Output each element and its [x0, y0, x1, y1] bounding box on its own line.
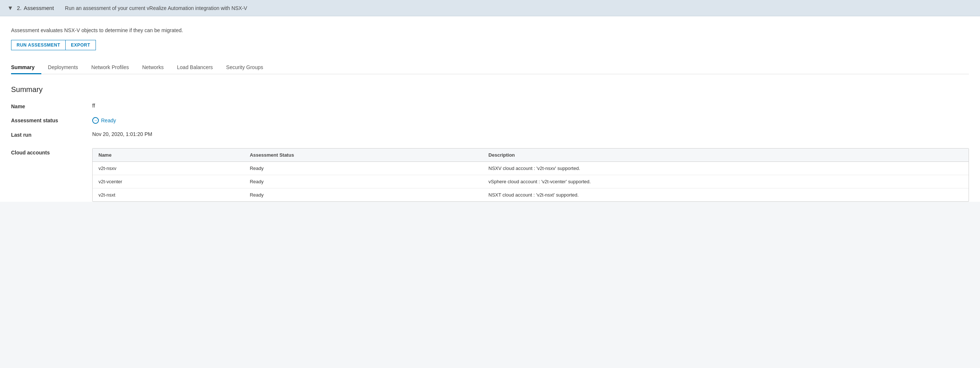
cell-status: Ready — [244, 189, 482, 202]
name-value: ff — [92, 103, 969, 109]
col-description: Description — [482, 149, 969, 162]
main-content: Assessment evaluates NSX-V objects to de… — [0, 16, 980, 202]
status-icon — [92, 117, 99, 124]
button-row: RUN ASSESSMENT EXPORT — [11, 40, 969, 50]
section-title: Summary — [11, 85, 969, 94]
status-label: Assessment status — [11, 117, 92, 124]
table-row: v2t-nsxv Ready NSXV cloud account : 'v2t… — [92, 162, 969, 175]
col-status: Assessment Status — [244, 149, 482, 162]
tab-summary[interactable]: Summary — [11, 61, 41, 74]
table-header-row: Name Assessment Status Description — [92, 149, 969, 162]
step-description: Run an assessment of your current vReali… — [65, 5, 247, 11]
cell-status: Ready — [244, 175, 482, 189]
cell-name: v2t-vcenter — [92, 175, 244, 189]
cell-name: v2t-nsxt — [92, 189, 244, 202]
tab-network-profiles[interactable]: Network Profiles — [85, 61, 136, 74]
export-button[interactable]: EXPORT — [65, 40, 95, 50]
cloud-accounts-section: Cloud accounts Name Assessment Status De… — [11, 148, 969, 202]
status-value: Ready — [92, 117, 969, 124]
step-title: Assessment — [24, 5, 54, 11]
status-badge: Ready — [92, 117, 116, 124]
info-grid: Name ff Assessment status Ready Last run… — [11, 103, 969, 138]
cell-name: v2t-nsxv — [92, 162, 244, 175]
col-name: Name — [92, 149, 244, 162]
tab-networks[interactable]: Networks — [135, 61, 170, 74]
cell-description: NSXV cloud account : 'v2t-nsxv' supporte… — [482, 162, 969, 175]
tab-security-groups[interactable]: Security Groups — [220, 61, 270, 74]
status-text: Ready — [101, 117, 116, 123]
last-run-value: Nov 20, 2020, 1:01:20 PM — [92, 131, 969, 138]
cell-status: Ready — [244, 162, 482, 175]
table-row: v2t-vcenter Ready vSphere cloud account … — [92, 175, 969, 189]
name-label: Name — [11, 103, 92, 109]
tab-load-balancers[interactable]: Load Balancers — [170, 61, 220, 74]
tabs-bar: Summary Deployments Network Profiles Net… — [11, 61, 969, 74]
tab-deployments[interactable]: Deployments — [41, 61, 85, 74]
cloud-accounts-label: Cloud accounts — [11, 148, 92, 155]
cloud-accounts-table: Name Assessment Status Description v2t-n… — [92, 149, 969, 202]
description-text: Assessment evaluates NSX-V objects to de… — [11, 27, 969, 33]
table-row: v2t-nsxt Ready NSXT cloud account : 'v2t… — [92, 189, 969, 202]
chevron-icon[interactable]: ▼ — [7, 5, 13, 11]
cell-description: vSphere cloud account : 'v2t-vcenter' su… — [482, 175, 969, 189]
last-run-label: Last run — [11, 131, 92, 138]
run-assessment-button[interactable]: RUN ASSESSMENT — [11, 40, 65, 50]
step-number: 2. — [17, 5, 22, 11]
cloud-accounts-table-wrapper: Name Assessment Status Description v2t-n… — [92, 148, 969, 202]
cell-description: NSXT cloud account : 'v2t-nsxt' supporte… — [482, 189, 969, 202]
header-bar: ▼ 2. Assessment Run an assessment of you… — [0, 0, 980, 16]
